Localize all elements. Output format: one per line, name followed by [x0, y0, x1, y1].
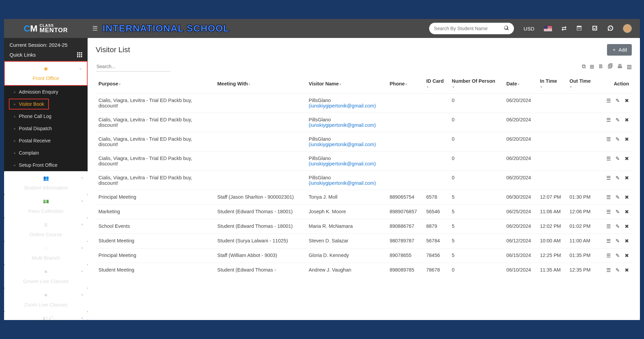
sidebar-sub-phone-call-log[interactable]: »Phone Call Log — [4, 110, 88, 122]
sidebar-item-label: Fees Collection — [28, 208, 63, 214]
row-edit-icon[interactable]: ✎ — [615, 267, 620, 273]
columns-icon[interactable]: ▥ — [627, 63, 632, 70]
row-menu-icon[interactable]: ☰ — [606, 223, 611, 229]
visitor-email-link[interactable]: (iunskiygipertonik@gmail.com) — [309, 122, 376, 128]
visitor-email-link[interactable]: (iunskiygipertonik@gmail.com) — [309, 161, 376, 166]
row-edit-icon[interactable]: ✎ — [615, 253, 620, 258]
menu-toggle-icon[interactable]: ☰ — [88, 25, 103, 32]
row-delete-icon[interactable]: ✖ — [625, 267, 629, 273]
sidebar-item-front-office[interactable]: ◉ Front Office ⌄ — [4, 61, 88, 86]
row-delete-icon[interactable]: ✖ — [625, 98, 629, 103]
cell-purpose: Cialis, Viagra, Levitra - Trial ED Packb… — [96, 94, 215, 113]
row-edit-icon[interactable]: ✎ — [615, 98, 620, 103]
row-edit-icon[interactable]: ✎ — [615, 194, 620, 200]
logo[interactable]: CM CLASS MENTOR — [4, 23, 88, 34]
chevron-left-icon: ‹ — [81, 245, 83, 250]
row-delete-icon[interactable]: ✖ — [625, 156, 629, 161]
sidebar-sub-admission-enquiry[interactable]: »Admission Enquiry — [4, 86, 88, 98]
sidebar-item-gmeet[interactable]: ■Gmeet Live Classes‹ — [4, 265, 88, 288]
school-title: INTERNATIONAL SCHOOL — [103, 23, 229, 34]
cell-out-time — [567, 171, 596, 190]
table-row: Cialis, Viagra, Levitra - Trial ED Packb… — [96, 152, 632, 171]
row-delete-icon[interactable]: ✖ — [625, 223, 629, 229]
row-menu-icon[interactable]: ☰ — [606, 136, 611, 142]
cell-phone: 8989076857 — [387, 205, 424, 219]
cell-out-time: 01:30 PM — [567, 190, 596, 205]
col-in-time[interactable]: In Time▾ — [537, 74, 567, 94]
print-icon[interactable]: 🖶 — [617, 63, 623, 70]
sidebar-sub-postal-dispatch[interactable]: »Postal Dispatch — [4, 122, 88, 135]
col-meeting-with[interactable]: Meeting With▾ — [215, 74, 306, 94]
table-search-input[interactable] — [96, 62, 170, 72]
col-phone[interactable]: Phone▾ — [387, 74, 424, 94]
sidebar-item-online-course[interactable]: 🗎Online Course‹ — [4, 218, 88, 241]
col-id-card[interactable]: ID Card▾ — [423, 74, 449, 94]
row-edit-icon[interactable]: ✎ — [615, 209, 620, 215]
cell-phone — [387, 113, 424, 132]
csv-icon[interactable]: 🗎 — [598, 63, 604, 70]
col-purpose[interactable]: Purpose▾ — [96, 74, 215, 94]
user-avatar[interactable] — [623, 24, 632, 33]
row-delete-icon[interactable]: ✖ — [625, 253, 629, 258]
row-menu-icon[interactable]: ☰ — [606, 156, 611, 161]
cell-id-card — [423, 171, 449, 190]
row-delete-icon[interactable]: ✖ — [625, 175, 629, 181]
col-visitor-name[interactable]: Visitor Name▾ — [306, 74, 387, 94]
sidebar-sub-postal-receive[interactable]: »Postal Receive — [4, 135, 88, 147]
cell-num-person: 0 — [449, 94, 504, 113]
col-out-time[interactable]: Out Time▾ — [567, 74, 596, 94]
pdf-icon[interactable]: 🗐 — [608, 63, 613, 70]
calendar-icon[interactable] — [576, 25, 582, 32]
sidebar-item-student-information[interactable]: 👥Student Information‹ — [4, 171, 88, 195]
row-menu-icon[interactable]: ☰ — [606, 117, 611, 123]
excel-icon[interactable]: ⊞ — [590, 63, 594, 70]
search-icon[interactable] — [504, 25, 509, 32]
row-edit-icon[interactable]: ✎ — [615, 175, 620, 181]
row-menu-icon[interactable]: ☰ — [606, 175, 611, 181]
language-flag-icon[interactable] — [544, 26, 552, 31]
row-edit-icon[interactable]: ✎ — [615, 136, 620, 142]
visitor-email-link[interactable]: (iunskiygipertonik@gmail.com) — [309, 103, 376, 108]
sidebar-item-fees-collection[interactable]: 💵Fees Collection‹ — [4, 195, 88, 218]
row-delete-icon[interactable]: ✖ — [625, 136, 629, 142]
row-menu-icon[interactable]: ☰ — [606, 194, 611, 200]
row-menu-icon[interactable]: ☰ — [606, 238, 611, 244]
sidebar-item-behaviour[interactable]: �ានిBehaviour Records‹ — [4, 312, 88, 320]
row-delete-icon[interactable]: ✖ — [625, 238, 629, 244]
row-menu-icon[interactable]: ☰ — [606, 98, 611, 103]
sidebar-item-multi-branch[interactable]: ⛬Multi Branch‹ — [4, 241, 88, 265]
sidebar-sub-visitor-book[interactable]: »Visitor Book — [9, 99, 49, 109]
row-menu-icon[interactable]: ☰ — [606, 209, 611, 215]
sidebar-sub-setup-front-office[interactable]: »Setup Front Office — [4, 159, 88, 171]
row-edit-icon[interactable]: ✎ — [615, 156, 620, 161]
add-button[interactable]: ＋Add — [607, 44, 632, 56]
row-delete-icon[interactable]: ✖ — [625, 209, 629, 215]
sidebar-sub-complain[interactable]: »Complain — [4, 147, 88, 159]
cell-num-person: 0 — [449, 263, 504, 278]
currency-selector[interactable]: USD — [523, 26, 534, 32]
grid-icon[interactable] — [77, 52, 82, 58]
visitor-email-link[interactable]: (iunskiygipertonik@gmail.com) — [309, 142, 376, 147]
row-edit-icon[interactable]: ✎ — [615, 223, 620, 229]
users-icon: 👥 — [43, 175, 49, 181]
whatsapp-icon[interactable] — [607, 25, 613, 32]
swap-icon[interactable]: ⇄ — [562, 25, 567, 32]
col-num-person[interactable]: Number Of Person▾ — [449, 74, 504, 94]
row-edit-icon[interactable]: ✎ — [615, 117, 620, 123]
row-menu-icon[interactable]: ☰ — [606, 267, 611, 273]
task-icon[interactable] — [592, 25, 598, 32]
row-delete-icon[interactable]: ✖ — [625, 194, 629, 200]
global-search[interactable] — [429, 23, 514, 34]
quick-links[interactable]: Quick Links — [4, 50, 88, 61]
cell-purpose: Marketing — [96, 205, 215, 219]
angle-icon: » — [14, 102, 16, 106]
copy-icon[interactable]: ⧉ — [582, 63, 586, 70]
row-edit-icon[interactable]: ✎ — [615, 238, 620, 244]
visitor-email-link[interactable]: (iunskiygipertonik@gmail.com) — [309, 180, 376, 186]
row-delete-icon[interactable]: ✖ — [625, 117, 629, 123]
global-search-input[interactable] — [434, 26, 504, 31]
col-date[interactable]: Date▾ — [504, 74, 537, 94]
sidebar-item-zoom[interactable]: ■Zoom Live Classes‹ — [4, 288, 88, 312]
cell-purpose: Cialis, Viagra, Levitra - Trial ED Packb… — [96, 152, 215, 171]
row-menu-icon[interactable]: ☰ — [606, 253, 611, 258]
